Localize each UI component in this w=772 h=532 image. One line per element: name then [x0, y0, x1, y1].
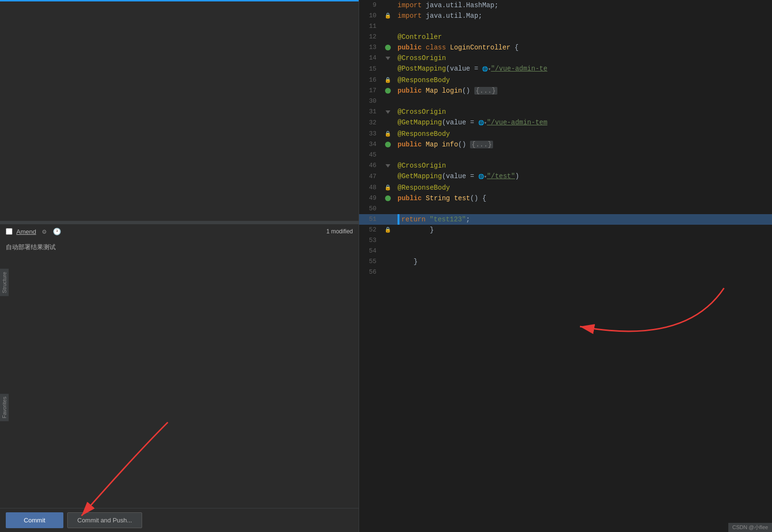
code-line-51: 51return "test123"; [359, 214, 772, 225]
settings-icon[interactable]: ⚙ [40, 227, 48, 236]
code-line-46: 46@CrossOrigin [359, 160, 772, 171]
line-gutter: 🔒 [382, 225, 394, 235]
line-number: 15 [359, 64, 382, 74]
line-number: 17 [359, 85, 382, 96]
code-line-9: 9import java.util.HashMap; [359, 0, 772, 11]
line-number: 48 [359, 182, 382, 193]
code-line-52: 52🔒 } [359, 225, 772, 235]
line-content: public Map login() {...} [394, 85, 497, 96]
line-gutter: 🔒 [382, 11, 394, 21]
line-content: @Controller [394, 32, 442, 42]
line-number: 33 [359, 129, 382, 139]
commit-and-push-button[interactable]: Commit and Push... [67, 512, 142, 528]
line-content: @GetMapping(value = 🌐▾"/test") [394, 171, 519, 182]
line-content: @CrossOrigin [394, 107, 446, 117]
line-gutter [382, 110, 394, 114]
line-gutter [382, 57, 394, 60]
line-gutter [382, 45, 394, 50]
code-line-15: 15@PostMapping(value = 🌐▾"/vue-admin-te [359, 63, 772, 75]
line-number: 11 [359, 21, 382, 32]
status-bar: CSDN @小fIee [728, 523, 772, 532]
code-line-48: 48🔒@ResponseBody [359, 182, 772, 193]
globe-icon: 🌐 [478, 121, 484, 126]
line-number: 12 [359, 32, 382, 42]
code-line-54: 54 [359, 246, 772, 256]
code-line-55: 55 } [359, 256, 772, 267]
line-number: 45 [359, 150, 382, 160]
line-content: } [394, 256, 418, 267]
code-line-53: 53 [359, 235, 772, 246]
modified-badge: 1 modified [326, 228, 353, 235]
code-line-32: 32@GetMapping(value = 🌐▾"/vue-admin-tem [359, 117, 772, 129]
line-number: 9 [359, 0, 382, 11]
line-content: return "test123"; [394, 214, 470, 225]
line-number: 53 [359, 235, 382, 246]
globe-icon: 🌐 [482, 67, 488, 72]
code-line-11: 11 [359, 21, 772, 32]
line-gutter: 🔒 [382, 75, 394, 85]
amend-text: Amend [16, 228, 36, 235]
code-line-17: 17public Map login() {...} [359, 85, 772, 96]
code-line-31: 31@CrossOrigin [359, 107, 772, 117]
code-line-34: 34public Map info() {...} [359, 139, 772, 150]
commit-options-bar: Amend ⚙ 🕐 1 modified [0, 224, 359, 239]
line-gutter: 🔒 [382, 129, 394, 139]
line-number: 52 [359, 225, 382, 235]
code-editor[interactable]: 9import java.util.HashMap;10🔒import java… [359, 0, 772, 532]
bottom-buttons-bar: Commit Commit and Push... [0, 508, 359, 532]
file-list-area [0, 0, 359, 221]
amend-label[interactable]: Amend [16, 228, 36, 235]
code-line-49: 49public String test() { [359, 193, 772, 204]
code-line-13: 13public class LoginController { [359, 42, 772, 53]
commit-button[interactable]: Commit [6, 512, 63, 528]
line-gutter [382, 142, 394, 147]
code-line-33: 33🔒@ResponseBody [359, 129, 772, 139]
line-number: 16 [359, 75, 382, 85]
code-line-14: 14@CrossOrigin [359, 53, 772, 63]
line-gutter [382, 195, 394, 201]
line-content: import java.util.Map; [394, 11, 482, 21]
line-content: public Map info() {...} [394, 139, 493, 150]
amend-checkbox[interactable] [6, 228, 12, 235]
line-number: 46 [359, 160, 382, 171]
code-line-12: 12@Controller [359, 32, 772, 42]
line-number: 10 [359, 11, 382, 21]
line-number: 50 [359, 204, 382, 214]
line-content: public class LoginController { [394, 42, 519, 53]
line-content: public String test() { [394, 193, 486, 204]
line-number: 13 [359, 42, 382, 53]
structure-tab[interactable]: Structure [0, 269, 9, 296]
code-line-16: 16🔒@ResponseBody [359, 75, 772, 85]
line-content: @CrossOrigin [394, 53, 446, 63]
line-number: 32 [359, 118, 382, 128]
code-line-30: 30 [359, 96, 772, 107]
line-number: 55 [359, 256, 382, 267]
line-number: 51 [359, 214, 382, 225]
line-gutter [382, 88, 394, 94]
code-line-47: 47@GetMapping(value = 🌐▾"/test") [359, 171, 772, 182]
line-content: @GetMapping(value = 🌐▾"/vue-admin-tem [394, 117, 547, 129]
line-content: import java.util.HashMap; [394, 0, 498, 11]
history-icon[interactable]: 🕐 [52, 227, 61, 236]
line-number: 31 [359, 107, 382, 117]
line-gutter: 🔒 [382, 182, 394, 193]
code-line-10: 10🔒import java.util.Map; [359, 11, 772, 21]
line-number: 14 [359, 53, 382, 63]
line-content: } [394, 225, 434, 235]
favorites-tab[interactable]: Favorites [0, 394, 9, 421]
line-content: @PostMapping(value = 🌐▾"/vue-admin-te [394, 63, 547, 75]
line-number: 30 [359, 96, 382, 107]
left-panel: Amend ⚙ 🕐 1 modified Structure Favorites… [0, 0, 359, 532]
line-number: 34 [359, 139, 382, 150]
line-content: @ResponseBody [394, 75, 450, 85]
line-number: 49 [359, 193, 382, 204]
code-line-56: 56 [359, 267, 772, 278]
top-strip [0, 0, 359, 1]
commit-message-input[interactable] [0, 239, 359, 377]
code-line-45: 45 [359, 150, 772, 160]
line-content: @ResponseBody [394, 182, 450, 193]
line-content: @CrossOrigin [394, 160, 446, 171]
line-content: @ResponseBody [394, 129, 450, 139]
line-number: 56 [359, 267, 382, 278]
line-number: 54 [359, 246, 382, 256]
